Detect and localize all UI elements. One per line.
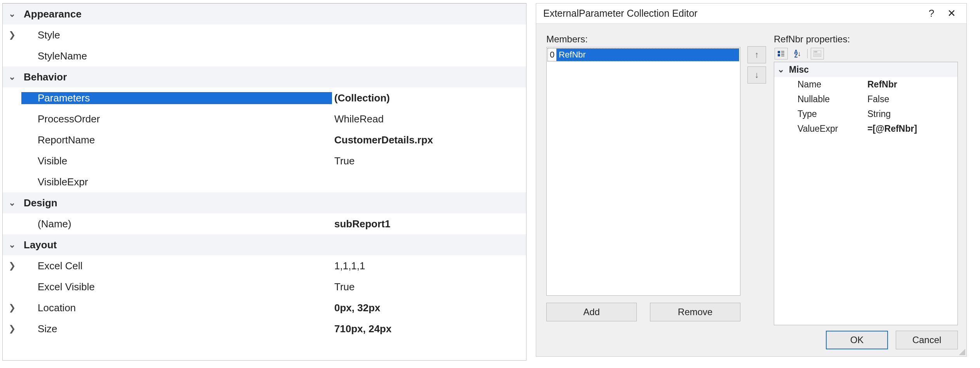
prop-value[interactable]: True [332, 281, 526, 293]
remove-button-label: Remove [678, 307, 712, 317]
prop-row-name[interactable]: (Name) subReport1 [3, 213, 526, 234]
prop-row-reportname[interactable]: ReportName CustomerDetails.rpx [3, 129, 526, 150]
alphabetical-view-button[interactable]: AZ↓ [791, 48, 804, 59]
svg-rect-5 [781, 56, 784, 56]
prop-row-valueexpr[interactable]: ValueExpr =[@RefNbr] [774, 121, 957, 136]
prop-row-nullable[interactable]: Nullable False [774, 92, 957, 106]
move-down-button[interactable]: ↓ [747, 66, 766, 84]
chevron-right-icon [9, 303, 16, 312]
prop-key: (Name) [21, 218, 332, 230]
chevron-down-icon [777, 65, 784, 74]
chevron-down-icon [9, 199, 16, 207]
dialog-titlebar[interactable]: ExternalParameter Collection Editor ? ✕ [536, 3, 966, 24]
dialog-footer: OK Cancel [536, 329, 966, 356]
prop-row-size[interactable]: Size 710px, 24px [3, 318, 526, 339]
svg-rect-8 [814, 53, 820, 56]
remove-button[interactable]: Remove [650, 303, 740, 321]
member-name: RefNbr [556, 49, 739, 61]
prop-value[interactable]: 1,1,1,1 [332, 260, 526, 272]
members-label: Members: [546, 34, 740, 45]
category-appearance[interactable]: Appearance [3, 3, 526, 24]
member-index: 0 [548, 50, 556, 60]
prop-value[interactable]: 710px, 24px [332, 323, 526, 335]
property-pages-icon [813, 48, 821, 59]
members-listbox[interactable]: 0 RefNbr [546, 47, 740, 296]
svg-rect-3 [778, 54, 780, 56]
arrow-down-icon: ↓ [755, 70, 759, 80]
cancel-button[interactable]: Cancel [896, 331, 958, 349]
chevron-down-icon [9, 73, 16, 81]
svg-rect-0 [778, 51, 780, 53]
collection-editor-dialog: ExternalParameter Collection Editor ? ✕ … [536, 3, 967, 357]
prop-value[interactable]: WhileRead [332, 113, 526, 125]
properties-label: RefNbr properties: [774, 34, 958, 45]
prop-key: ProcessOrder [21, 113, 332, 125]
prop-row-name[interactable]: Name RefNbr [774, 77, 957, 92]
categorized-view-button[interactable] [775, 48, 788, 59]
prop-key: Style [21, 29, 332, 41]
category-label: Behavior [21, 71, 332, 83]
prop-row-excelvisible[interactable]: Excel Visible True [3, 276, 526, 297]
prop-row-style[interactable]: Style [3, 24, 526, 45]
prop-key: VisibleExpr [21, 176, 332, 188]
prop-row-excelcell[interactable]: Excel Cell 1,1,1,1 [3, 255, 526, 276]
category-label: Appearance [21, 8, 332, 20]
prop-value[interactable]: False [865, 94, 957, 105]
property-pages-button[interactable] [811, 48, 824, 59]
prop-key: ValueExpr [787, 124, 865, 134]
toolbar-separator [807, 49, 808, 58]
resize-grip-icon[interactable] [959, 349, 965, 355]
prop-row-visible[interactable]: Visible True [3, 150, 526, 171]
prop-key: ReportName [21, 134, 332, 146]
prop-row-type[interactable]: Type String [774, 106, 957, 121]
chevron-right-icon [9, 324, 16, 333]
ok-button[interactable]: OK [826, 331, 888, 349]
chevron-down-icon [9, 10, 16, 18]
arrow-up-icon: ↑ [755, 50, 759, 60]
prop-value[interactable]: =[@RefNbr] [865, 124, 957, 134]
prop-key: Name [787, 79, 865, 90]
prop-value[interactable]: String [865, 109, 957, 119]
category-label: Misc [787, 65, 865, 75]
prop-row-processorder[interactable]: ProcessOrder WhileRead [3, 108, 526, 129]
prop-key: Type [787, 109, 865, 119]
add-button[interactable]: Add [546, 303, 637, 321]
prop-row-visibleexpr[interactable]: VisibleExpr [3, 171, 526, 192]
chevron-right-icon [9, 262, 16, 270]
dialog-title: ExternalParameter Collection Editor [543, 8, 921, 19]
chevron-down-icon [9, 241, 16, 249]
category-layout[interactable]: Layout [3, 234, 526, 255]
svg-rect-2 [781, 52, 784, 53]
prop-row-location[interactable]: Location 0px, 32px [3, 297, 526, 318]
prop-value[interactable]: (Collection) [332, 92, 526, 104]
category-behavior[interactable]: Behavior [3, 66, 526, 87]
cancel-button-label: Cancel [912, 335, 942, 345]
prop-value[interactable]: CustomerDetails.rpx [332, 134, 526, 146]
close-icon: ✕ [947, 7, 956, 19]
prop-value[interactable]: subReport1 [332, 218, 526, 230]
category-misc[interactable]: Misc [774, 62, 957, 77]
move-up-button[interactable]: ↑ [747, 46, 766, 63]
category-label: Layout [21, 239, 332, 251]
ok-button-label: OK [850, 335, 864, 345]
prop-key: Visible [21, 155, 332, 167]
category-design[interactable]: Design [3, 192, 526, 213]
prop-key: Excel Cell [21, 260, 332, 272]
prop-value[interactable]: RefNbr [865, 79, 957, 90]
svg-rect-4 [781, 54, 784, 55]
sort-az-icon: AZ [794, 49, 798, 58]
property-grid[interactable]: Appearance Style StyleName Behavior Para… [2, 3, 526, 361]
member-item[interactable]: 0 RefNbr [547, 48, 739, 61]
prop-key: StyleName [21, 50, 332, 62]
categorized-icon [778, 51, 785, 57]
prop-row-stylename[interactable]: StyleName [3, 45, 526, 66]
close-button[interactable]: ✕ [942, 6, 962, 21]
prop-row-parameters[interactable]: Parameters (Collection) [3, 87, 526, 108]
prop-value[interactable]: True [332, 155, 526, 167]
prop-key: Nullable [787, 94, 865, 105]
help-button[interactable]: ? [921, 6, 942, 21]
propgrid-toolbar: AZ↓ [774, 47, 958, 62]
prop-value[interactable]: 0px, 32px [332, 302, 526, 314]
member-property-grid[interactable]: Misc Name RefNbr Nullable False [774, 62, 958, 325]
svg-rect-1 [781, 51, 784, 52]
